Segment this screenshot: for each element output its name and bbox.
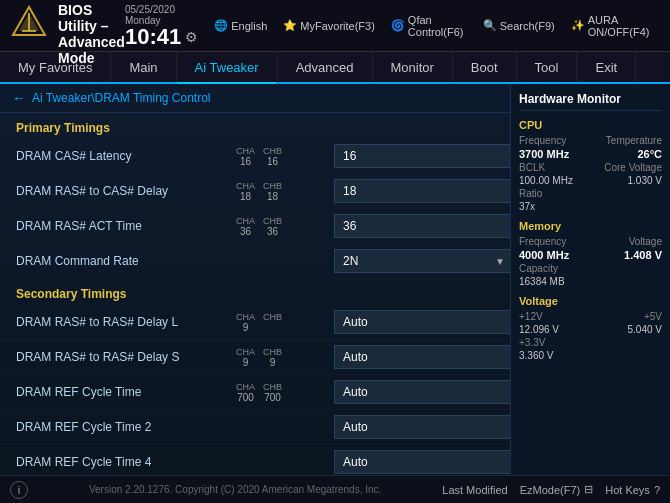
ras-ras-delay-l-label: DRAM RAS# to RAS# Delay L — [16, 315, 236, 329]
myfavorite-label: MyFavorite(F3) — [300, 20, 375, 32]
ras-ras-s-value-box[interactable]: Auto — [334, 345, 510, 369]
info-icon[interactable]: i — [10, 481, 28, 499]
cha-col-ref-cycle: CHA 700 — [236, 382, 255, 403]
v12-row: +12V +5V — [519, 311, 662, 322]
cha-val-ras-cas: 18 — [240, 191, 251, 202]
cmd-rate-value: 2N — [343, 254, 358, 268]
ras-act-value-box[interactable]: 36 — [334, 214, 510, 238]
cpu-bclk-value: 100.00 MHz — [519, 175, 573, 186]
cpu-freq-value: 3700 MHz — [519, 148, 569, 160]
nav-monitor[interactable]: Monitor — [373, 52, 453, 82]
breadcrumb-text: Ai Tweaker\DRAM Timing Control — [32, 91, 211, 105]
cpu-ratio-value: 37x — [519, 201, 535, 212]
nav-exit[interactable]: Exit — [577, 52, 636, 82]
ras-act-value-container: 36 — [334, 214, 510, 238]
ezmode-icon: ⊟ — [584, 483, 593, 496]
cpu-core-v-label: Core Voltage — [604, 162, 662, 173]
nav-tool[interactable]: Tool — [517, 52, 578, 82]
mem-freq-val-row: 4000 MHz 1.408 V — [519, 249, 662, 261]
cha-label-ref-cycle: CHA — [236, 382, 255, 392]
cha-val-cas: 16 — [240, 156, 251, 167]
star-icon: ⭐ — [283, 19, 297, 32]
mem-cap-value: 16384 MB — [519, 276, 565, 287]
dram-cas-latency-row: DRAM CAS# Latency CHA 16 CHB 16 16 — [0, 139, 510, 174]
cha-val-ras-act: 36 — [240, 226, 251, 237]
cpu-ratio-label: Ratio — [519, 188, 542, 199]
cha-col-ras-cas: CHA 18 — [236, 181, 255, 202]
voltage-section-title: Voltage — [519, 295, 662, 307]
nav-boot[interactable]: Boot — [453, 52, 517, 82]
ref-cycle2-value-box[interactable]: Auto — [334, 415, 510, 439]
main-panel: ← Ai Tweaker\DRAM Timing Control Primary… — [0, 84, 510, 475]
chb-label-ras-ras-s: CHB — [263, 347, 282, 357]
chb-val-ras-ras-s: 9 — [270, 357, 276, 368]
english-label: English — [231, 20, 267, 32]
mem-voltage-label: Voltage — [629, 236, 662, 247]
ref-cycle4-value-box[interactable]: Auto — [334, 450, 510, 474]
hotkeys-button[interactable]: Hot Keys ? — [605, 483, 660, 496]
cmd-rate-dropdown[interactable]: 2N ▼ — [334, 249, 510, 273]
dram-ras-cas-row: DRAM RAS# to CAS# Delay CHA 18 CHB 18 18 — [0, 174, 510, 209]
primary-timings-label: Primary Timings — [0, 113, 510, 139]
cha-label-ras-act: CHA — [236, 216, 255, 226]
nav-ai-tweaker[interactable]: Ai Tweaker — [177, 52, 278, 84]
date: 05/25/2020 — [125, 4, 175, 15]
mem-freq-label: Frequency — [519, 236, 566, 247]
nav-my-favorites[interactable]: My Favorites — [0, 52, 111, 82]
back-arrow[interactable]: ← — [12, 90, 26, 106]
cpu-ratio-row: Ratio — [519, 188, 662, 199]
cha-label-ras-cas: CHA — [236, 181, 255, 191]
top-bar: UEFI BIOS Utility – Advanced Mode 05/25/… — [0, 0, 670, 52]
ref-cycle-value-container: Auto — [334, 380, 510, 404]
ras-cas-value-box[interactable]: 18 — [334, 179, 510, 203]
search-button[interactable]: 🔍 Search(F9) — [479, 17, 559, 34]
fan-icon: 🌀 — [391, 19, 405, 32]
cha-chb-ras-cas: CHA 18 CHB 18 — [236, 181, 326, 202]
aura-button[interactable]: ✨ AURA ON/OFF(F4) — [567, 12, 660, 40]
secondary-timings-label: Secondary Timings — [0, 279, 510, 305]
ref-cycle-time-label: DRAM REF Cycle Time — [16, 385, 236, 399]
chb-label-ref-cycle: CHB — [263, 382, 282, 392]
content-area: ← Ai Tweaker\DRAM Timing Control Primary… — [0, 84, 670, 475]
cpu-bclk-val-row: 100.00 MHz 1.030 V — [519, 175, 662, 186]
chb-label-ras-act: CHB — [263, 216, 282, 226]
gear-icon[interactable]: ⚙ — [185, 29, 198, 45]
chb-col-ras-ras-s: CHB 9 — [263, 347, 282, 368]
ras-ras-l-value-box[interactable]: Auto — [334, 310, 510, 334]
ezmode-button[interactable]: EzMode(F7) ⊟ — [520, 483, 594, 496]
cha-val-ref-cycle: 700 — [237, 392, 254, 403]
chb-val-ras-act: 36 — [267, 226, 278, 237]
nav-advanced[interactable]: Advanced — [278, 52, 373, 82]
chb-label-cas: CHB — [263, 146, 282, 156]
qfan-button[interactable]: 🌀 Qfan Control(F6) — [387, 12, 471, 40]
ref-cycle-value-box[interactable]: Auto — [334, 380, 510, 404]
nav-main[interactable]: Main — [111, 52, 176, 82]
cha-label-ras-ras-l: CHA — [236, 312, 255, 322]
cha-label-cas: CHA — [236, 146, 255, 156]
cpu-core-v-value: 1.030 V — [628, 175, 662, 186]
dram-ras-act-label: DRAM RAS# ACT Time — [16, 219, 236, 233]
memory-section-title: Memory — [519, 220, 662, 232]
search-icon: 🔍 — [483, 19, 497, 32]
bottom-copyright: Version 2.20.1276. Copyright (C) 2020 Am… — [89, 484, 381, 495]
myfavorite-button[interactable]: ⭐ MyFavorite(F3) — [279, 17, 379, 34]
ref-cycle-time2-label: DRAM REF Cycle Time 2 — [16, 420, 236, 434]
cpu-freq-label: Frequency — [519, 135, 566, 146]
cpu-section-title: CPU — [519, 119, 662, 131]
hw-monitor-title: Hardware Monitor — [519, 92, 662, 111]
cha-chb-ras-ras-s: CHA 9 CHB 9 — [236, 347, 326, 368]
cpu-ratio-val-row: 37x — [519, 201, 662, 212]
cha-chb-ras-ras-l: CHA 9 CHB — [236, 312, 326, 333]
cha-chb-ref-cycle: CHA 700 CHB 700 — [236, 382, 326, 403]
cpu-bclk-row: BCLK Core Voltage — [519, 162, 662, 173]
ezmode-label: EzMode(F7) — [520, 484, 581, 496]
last-modified-button[interactable]: Last Modified — [442, 483, 507, 496]
ras-ras-delay-l-row: DRAM RAS# to RAS# Delay L CHA 9 CHB Auto — [0, 305, 510, 340]
cha-chb-cas: CHA 16 CHB 16 — [236, 146, 326, 167]
v5-value: 5.040 V — [628, 324, 662, 335]
v33-val-row: 3.360 V — [519, 350, 662, 361]
english-button[interactable]: 🌐 English — [210, 17, 271, 34]
cas-value-box[interactable]: 16 — [334, 144, 510, 168]
cmd-rate-value-container: 2N ▼ — [334, 249, 510, 273]
cha-col-ras-ras-l: CHA 9 — [236, 312, 255, 333]
